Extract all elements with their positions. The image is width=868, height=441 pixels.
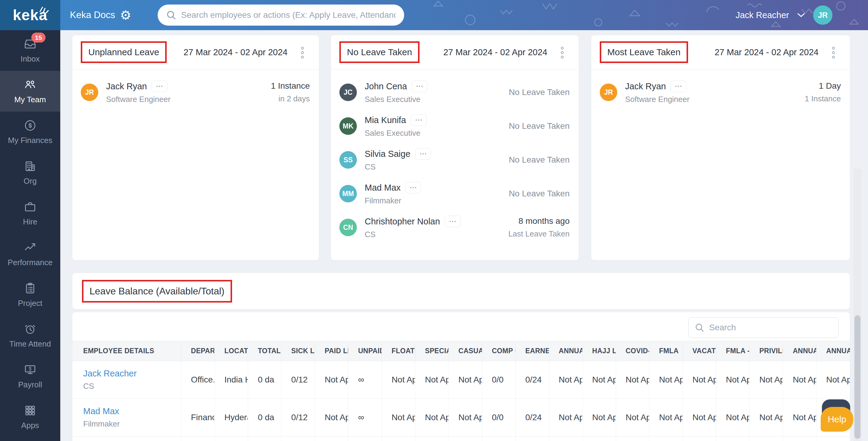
- employee-details-cell: Mad Max Filmmaker: [72, 399, 181, 437]
- leave-balance-cell: Not Ap: [549, 399, 582, 437]
- leave-balance-cell: 0/24: [516, 361, 549, 399]
- employee-name: Jack Ryan: [106, 82, 147, 91]
- leave-balance-cell: Not Ap: [683, 399, 716, 437]
- employee-info: Chrishtopher Nolan CS: [365, 216, 508, 239]
- value-primary: No Leave Taken: [509, 87, 569, 97]
- leave-balance-cell: 0 da: [248, 361, 281, 399]
- leave-balance-cell: Not Ap: [415, 399, 449, 437]
- empty-cell: [516, 437, 549, 441]
- sidebar-item[interactable]: Time Attend: [0, 315, 60, 356]
- project-icon: [24, 282, 37, 295]
- chevron-down-icon: [797, 12, 805, 18]
- settings-gear-icon[interactable]: ⚙: [120, 0, 131, 30]
- employee-link[interactable]: Jack Reacher: [83, 369, 181, 379]
- leave-balance-cell: Not Ap: [382, 361, 415, 399]
- leave-balance-cell: Not Ap: [315, 361, 348, 399]
- sidebar-item[interactable]: Org: [0, 152, 60, 193]
- performance-icon: [24, 241, 37, 254]
- card-employee-list: JR Jack Ryan Software Engineer 1 Day: [591, 69, 850, 109]
- help-button[interactable]: Help: [821, 407, 853, 432]
- leave-balance-cell: 0/12: [281, 361, 315, 399]
- card-date-range: 27 Mar 2024 - 02 Apr 2024: [715, 47, 818, 57]
- sidebar-item[interactable]: Payroll: [0, 356, 60, 396]
- employee-row: CN Chrishtopher Nolan CS 8 months ago: [339, 210, 569, 244]
- employee-value: 1 Instance in 2 days: [271, 81, 310, 104]
- empty-cell: [181, 437, 215, 441]
- leave-balance-column-header: ANNUAL: [549, 341, 582, 361]
- keka-logo[interactable]: keka: [0, 0, 60, 30]
- employee-actions-button[interactable]: [405, 182, 421, 193]
- avatar: JR: [81, 84, 98, 101]
- global-search[interactable]: [158, 4, 404, 26]
- employee-actions-button[interactable]: [445, 216, 461, 227]
- leave-balance-column-header: FLOATE: [382, 341, 415, 361]
- table-search[interactable]: [688, 317, 838, 338]
- search-icon: [695, 323, 704, 332]
- leave-balance-cell: Not Ap: [749, 399, 783, 437]
- employee-actions-button[interactable]: [671, 81, 686, 92]
- employee-name: Silvia Saige: [365, 149, 410, 159]
- leave-balance-cell: Not Ap: [683, 361, 716, 399]
- employee-role: Sales Executive: [365, 95, 509, 104]
- leave-balance-column-header: PAID LE: [315, 341, 348, 361]
- sidebar-item-label: Apps: [21, 421, 39, 430]
- sidebar-item[interactable]: 15 Inbox: [0, 30, 60, 71]
- sidebar-item[interactable]: Project: [0, 274, 60, 315]
- leave-balance-column-header: COMP O: [482, 341, 516, 361]
- value-secondary: in 2 days: [271, 94, 310, 104]
- employee-actions-button[interactable]: [411, 114, 427, 126]
- card-header: Unplanned Leave 27 Mar 2024 - 02 Apr 202…: [72, 35, 319, 69]
- user-menu[interactable]: Jack Reacher JR: [736, 0, 832, 30]
- leave-balance-column-header: EARNED: [516, 341, 549, 361]
- hire-icon: [24, 200, 37, 213]
- employee-name: Mad Max: [365, 183, 401, 193]
- avatar: MM: [339, 185, 357, 202]
- leave-balance-cell: Not Ap: [749, 361, 783, 399]
- leave-balance-cell: 0/0: [482, 399, 516, 437]
- leave-balance-column-header: DEPARTM: [181, 341, 215, 361]
- search-icon: [166, 10, 176, 20]
- employee-row: MM Mad Max Filmmaker No Leave Taken: [339, 177, 569, 210]
- summary-card: No Leave Taken 27 Mar 2024 - 02 Apr 2024…: [331, 35, 579, 260]
- card-date-range: 27 Mar 2024 - 02 Apr 2024: [443, 47, 547, 57]
- leave-balance-cell: Not Ap: [315, 399, 348, 437]
- table-sliver-row: [72, 437, 850, 441]
- employee-name: Jack Ryan: [625, 82, 666, 91]
- sidebar-item[interactable]: Apps: [0, 396, 60, 437]
- card-menu-kebab-icon[interactable]: [831, 46, 836, 60]
- sidebar-item-label: Org: [24, 176, 36, 186]
- help-button-label: Help: [828, 414, 846, 424]
- employee-actions-button[interactable]: [415, 148, 431, 159]
- card-menu-kebab-icon[interactable]: [560, 46, 565, 60]
- sidebar-item-label: Inbox: [21, 54, 40, 64]
- employee-actions-button[interactable]: [152, 81, 167, 92]
- leave-balance-column-header: HAJJ LE: [582, 341, 616, 361]
- employee-actions-button[interactable]: [412, 81, 427, 92]
- global-search-input[interactable]: [181, 10, 396, 20]
- table-row: Jack Reacher CS Office...India H0 da0/12…: [72, 361, 850, 399]
- vertical-scrollbar-thumb[interactable]: [855, 315, 861, 439]
- value-primary: No Leave Taken: [509, 189, 569, 199]
- value-secondary: 1 Instance: [805, 94, 841, 104]
- empty-cell: [649, 437, 683, 441]
- leave-balance-table: EMPLOYEE DETAILS DEPARTMLOCATIOTOTAL ASI…: [72, 341, 850, 441]
- sidebar-item[interactable]: My Team: [0, 71, 60, 112]
- leave-balance-column-header: COVID-1: [616, 341, 649, 361]
- summary-card: Unplanned Leave 27 Mar 2024 - 02 Apr 202…: [72, 35, 319, 260]
- employee-value: No Leave Taken: [509, 155, 569, 165]
- leave-balance-cell: Not Ap: [616, 361, 649, 399]
- table-search-input[interactable]: [709, 323, 832, 332]
- empty-cell: [482, 437, 516, 441]
- avatar: MK: [339, 117, 357, 135]
- card-title: Unplanned Leave: [81, 41, 167, 63]
- employee-link[interactable]: Mad Max: [83, 406, 181, 416]
- card-employee-list: JR Jack Ryan Software Engineer 1 Instanc…: [72, 69, 319, 109]
- sidebar-item[interactable]: Hire: [0, 193, 60, 234]
- leave-balance-cell: Not Ap: [549, 361, 582, 399]
- sidebar-item[interactable]: My Finances: [0, 112, 60, 152]
- card-menu-kebab-icon[interactable]: [300, 46, 305, 60]
- sidebar-item[interactable]: Performance: [0, 234, 60, 274]
- team-icon: [24, 78, 37, 91]
- empty-cell: [616, 437, 649, 441]
- user-avatar[interactable]: JR: [813, 5, 832, 25]
